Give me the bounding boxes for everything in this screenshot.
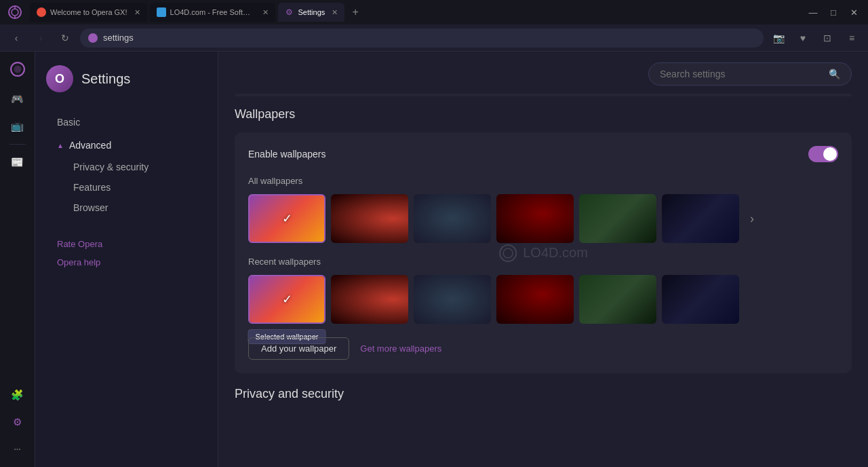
opera-help-label: Opera help bbox=[57, 257, 100, 267]
wallpapers-card: LO4D.com Enable wallpapers All wallpaper… bbox=[235, 132, 852, 373]
sidebar-item-advanced[interactable]: ▲ Advanced bbox=[46, 134, 207, 156]
tab-settings[interactable]: ⚙ Settings ✕ bbox=[278, 3, 345, 22]
recent-wallpaper-4[interactable] bbox=[496, 275, 574, 324]
wallpaper-thumb-6[interactable] bbox=[662, 194, 739, 243]
tab-gx-close[interactable]: ✕ bbox=[134, 8, 140, 17]
wallpaper-actions: Add your wallpaper Get more wallpapers bbox=[248, 337, 838, 360]
browser-frame: Welcome to Opera GX! ✕ LO4D.com - Free S… bbox=[0, 0, 868, 52]
sidebar-gaming-icon[interactable]: 🎮 bbox=[5, 87, 30, 111]
tab-lo4d[interactable]: LO4D.com - Free Software ✕ bbox=[150, 3, 275, 22]
sidebar-twitch-icon[interactable]: 📺 bbox=[5, 114, 30, 138]
reload-button[interactable]: ↻ bbox=[56, 29, 75, 48]
wallpaper-thumb-2[interactable] bbox=[331, 194, 408, 243]
recent-wallpaper-1[interactable]: ✓ Selected wallpaper bbox=[248, 275, 326, 324]
privacy-section-heading: Privacy and security bbox=[218, 387, 868, 408]
sidebar-more-icon[interactable]: ··· bbox=[5, 437, 30, 462]
split-view-button[interactable]: ⊡ bbox=[818, 29, 837, 48]
settings-title-text: Settings bbox=[81, 71, 130, 87]
opera-favicon-sm bbox=[88, 33, 98, 43]
rate-opera-label: Rate Opera bbox=[57, 239, 102, 249]
recent-wallpaper-3[interactable] bbox=[414, 275, 491, 324]
opera-help-link[interactable]: Opera help bbox=[46, 255, 207, 270]
all-wallpapers-grid: ✓ › bbox=[248, 194, 838, 243]
wallpapers-title: Wallpapers bbox=[235, 107, 295, 121]
sidebar-news-icon[interactable]: 📰 bbox=[5, 150, 30, 174]
wallpapers-next-arrow[interactable]: › bbox=[745, 206, 760, 231]
wallpaper-thumb-4[interactable] bbox=[496, 194, 574, 243]
rate-opera-link[interactable]: Rate Opera bbox=[46, 236, 207, 252]
sidebar-browser-label: Browser bbox=[73, 202, 108, 213]
window-close-button[interactable]: ✕ bbox=[845, 3, 863, 21]
search-input[interactable] bbox=[660, 69, 823, 79]
top-divider bbox=[235, 94, 852, 96]
opera-logo-circle: O bbox=[46, 65, 73, 92]
enable-wallpapers-toggle[interactable] bbox=[808, 146, 838, 162]
recent-wallpapers-grid: ✓ Selected wallpaper bbox=[248, 275, 838, 324]
tab-lo4d-close[interactable]: ✕ bbox=[262, 8, 269, 17]
wallpapers-heading: Wallpapers bbox=[218, 107, 868, 132]
get-more-wallpapers-link[interactable]: Get more wallpapers bbox=[360, 343, 441, 354]
nav-bar: ‹ › ↻ settings 📷 ♥ ⊡ ≡ bbox=[0, 24, 868, 52]
recent-wallpaper-6[interactable] bbox=[662, 275, 739, 324]
back-button[interactable]: ‹ bbox=[7, 29, 26, 48]
wallpaper-1-check: ✓ bbox=[282, 211, 292, 226]
tab-bar: Welcome to Opera GX! ✕ LO4D.com - Free S… bbox=[0, 0, 868, 24]
recent-wallpaper-5[interactable] bbox=[579, 275, 656, 324]
sidebar-opera-logo[interactable] bbox=[5, 57, 30, 81]
favorites-button[interactable]: ♥ bbox=[793, 29, 812, 48]
tab-gx-favicon bbox=[37, 7, 46, 17]
toggle-knob bbox=[823, 147, 837, 161]
enable-wallpapers-row: Enable wallpapers bbox=[248, 146, 838, 162]
menu-button[interactable]: ≡ bbox=[842, 29, 861, 48]
sidebar-settings-icon[interactable]: ⚙ bbox=[5, 410, 30, 434]
sidebar-item-advanced-label: Advanced bbox=[69, 140, 111, 151]
search-icon: 🔍 bbox=[829, 69, 840, 79]
sidebar-item-features[interactable]: Features bbox=[62, 178, 207, 197]
address-bar[interactable]: settings bbox=[80, 29, 764, 48]
nav-links: Rate Opera Opera help bbox=[46, 236, 207, 270]
sidebar-extensions-icon[interactable]: 🧩 bbox=[5, 383, 30, 407]
content-header: 🔍 bbox=[218, 52, 868, 94]
privacy-section-title: Privacy and security bbox=[235, 387, 344, 400]
sidebar-item-privacy[interactable]: Privacy & security bbox=[62, 157, 207, 176]
camera-button[interactable]: 📷 bbox=[769, 29, 788, 48]
sidebar-features-label: Features bbox=[73, 182, 111, 193]
window-minimize-button[interactable]: — bbox=[804, 3, 822, 21]
enable-wallpapers-label: Enable wallpapers bbox=[248, 149, 326, 160]
sidebar-privacy-label: Privacy & security bbox=[73, 162, 149, 172]
sidebar-divider bbox=[9, 144, 26, 145]
settings-title: O Settings bbox=[46, 65, 207, 92]
search-box[interactable]: 🔍 bbox=[648, 62, 852, 86]
window-maximize-button[interactable]: □ bbox=[825, 3, 842, 21]
tab-settings-close[interactable]: ✕ bbox=[332, 8, 338, 17]
advanced-arrow-icon: ▲ bbox=[57, 142, 64, 149]
all-wallpapers-section: All wallpapers ✓ › bbox=[248, 176, 838, 243]
tab-lo4d-favicon bbox=[157, 7, 166, 17]
tab-welcome-gx[interactable]: Welcome to Opera GX! ✕ bbox=[30, 3, 147, 22]
content-area: 🔍 Wallpapers LO4D.com Enable wallpapers bbox=[218, 52, 868, 467]
tab-settings-label: Settings bbox=[298, 8, 326, 16]
add-wallpaper-button[interactable]: Add your wallpaper bbox=[248, 337, 349, 360]
svg-point-1 bbox=[12, 9, 18, 16]
new-tab-button[interactable]: + bbox=[347, 4, 363, 20]
recent-wallpapers-section: Recent wallpapers ✓ Selected wallpaper bbox=[248, 257, 838, 324]
recent-wallpaper-1-check: ✓ bbox=[282, 292, 292, 307]
wallpaper-thumb-1[interactable]: ✓ bbox=[248, 194, 326, 243]
sidebar-item-browser[interactable]: Browser bbox=[62, 198, 207, 217]
tab-settings-favicon: ⚙ bbox=[285, 7, 294, 17]
recent-wallpapers-label: Recent wallpapers bbox=[248, 257, 838, 267]
sidebar-item-basic-label: Basic bbox=[57, 117, 80, 128]
wallpaper-thumb-3[interactable] bbox=[414, 194, 491, 243]
nav-section: Basic ▲ Advanced Privacy & security Feat… bbox=[46, 111, 207, 217]
settings-sidebar: O Settings Basic ▲ Advanced Privacy & se… bbox=[35, 52, 218, 467]
all-wallpapers-label: All wallpapers bbox=[248, 176, 838, 186]
address-text: settings bbox=[103, 33, 134, 43]
recent-wallpaper-2[interactable] bbox=[331, 275, 408, 324]
sidebar-item-basic[interactable]: Basic bbox=[46, 111, 207, 133]
tab-gx-label: Welcome to Opera GX! bbox=[50, 8, 127, 16]
tab-lo4d-label: LO4D.com - Free Software bbox=[170, 8, 256, 16]
forward-button[interactable]: › bbox=[31, 29, 50, 48]
wallpaper-thumb-5[interactable] bbox=[579, 194, 656, 243]
icon-sidebar: 🎮 📺 📰 🧩 ⚙ ··· bbox=[0, 52, 35, 467]
browser-logo[interactable] bbox=[5, 3, 24, 22]
